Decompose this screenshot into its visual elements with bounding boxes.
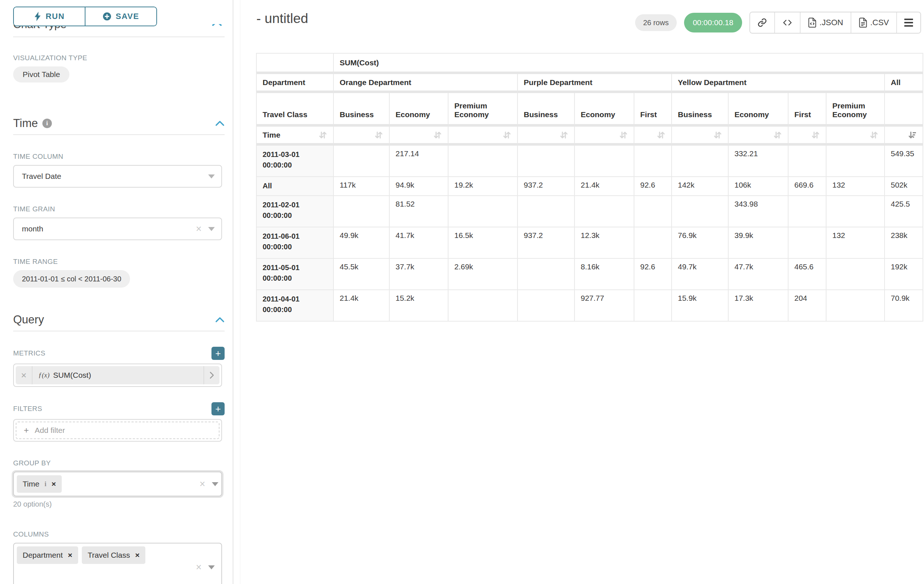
view-query-button[interactable] — [774, 12, 800, 33]
query-collapse-icon[interactable] — [215, 317, 224, 322]
chart-header-actions: 26 rows 00:00:00.18 .JSON — [635, 12, 921, 34]
remove-metric-icon[interactable]: × — [16, 366, 33, 384]
pivot-value-cell: 21.4k — [334, 290, 390, 322]
pivot-value-cell: 94.9k — [390, 177, 449, 196]
pivot-value-cell: 132 — [827, 177, 885, 196]
sort-icon[interactable] — [713, 131, 722, 140]
pivot-value-cell: 47.7k — [729, 259, 789, 290]
remove-tag-icon[interactable]: × — [68, 551, 72, 559]
section-divider — [13, 331, 224, 331]
pivot-value-cell: 669.6 — [789, 177, 827, 196]
pivot-value-cell — [827, 259, 885, 290]
info-icon[interactable]: i — [45, 480, 46, 488]
chevron-down-icon[interactable] — [208, 565, 215, 569]
sort-icon[interactable] — [811, 131, 820, 140]
export-csv-button[interactable]: .CSV — [851, 12, 896, 33]
pivot-value-cell — [449, 196, 518, 227]
sort-icon[interactable] — [375, 131, 383, 140]
pivot-class-dim-label: Travel Class — [257, 93, 334, 127]
group-by-select[interactable]: Time i × × — [13, 472, 222, 497]
time-grain-select[interactable]: month × — [13, 217, 222, 240]
tag-label: Travel Class — [87, 551, 130, 559]
pivot-class-header: First — [789, 93, 827, 127]
visualization-type-label: VISUALIZATION TYPE — [13, 54, 224, 62]
columns-select[interactable]: Department × Travel Class × × — [13, 543, 222, 584]
remove-tag-icon[interactable]: × — [51, 480, 56, 489]
json-file-icon — [808, 18, 817, 28]
pivot-value-cell: 16.5k — [449, 227, 518, 259]
sort-icon[interactable] — [773, 131, 782, 140]
save-button[interactable]: SAVE — [85, 7, 156, 26]
menu-button[interactable] — [896, 12, 920, 33]
chevron-right-icon[interactable] — [203, 366, 219, 384]
sort-icon[interactable] — [870, 131, 878, 140]
sort-icon[interactable] — [619, 131, 628, 140]
pivot-value-cell: 106k — [729, 177, 789, 196]
sort-icon[interactable] — [503, 131, 511, 140]
pivot-value-cell — [672, 146, 729, 177]
add-filter-plus-button[interactable]: + — [211, 402, 224, 415]
pivot-sort-cell — [518, 127, 575, 146]
sort-icon[interactable] — [559, 131, 568, 140]
sort-desc-icon[interactable] — [908, 131, 917, 140]
pivot-metric-header: SUM(Cost) — [334, 54, 923, 74]
pivot-value-cell: 19.2k — [449, 177, 518, 196]
pivot-value-cell — [789, 196, 827, 227]
pivot-dept-header: Yellow Department — [672, 74, 885, 93]
clear-icon[interactable]: × — [200, 479, 205, 489]
pivot-value-cell: 142k — [672, 177, 729, 196]
filters-header-row: FILTERS + — [13, 402, 224, 415]
pivot-value-cell: 2.69k — [449, 259, 518, 290]
metrics-label: METRICS — [13, 349, 45, 357]
pivot-value-cell — [789, 227, 827, 259]
columns-label: COLUMNS — [13, 530, 224, 538]
chevron-down-icon[interactable] — [212, 482, 218, 486]
chart-type-collapse-icon[interactable] — [211, 24, 223, 28]
pivot-value-cell: 49.9k — [334, 227, 390, 259]
pivot-value-cell: 37.7k — [390, 259, 449, 290]
add-filter-button[interactable]: + Add filter — [16, 421, 219, 439]
function-icon: ƒ(x) — [38, 371, 50, 379]
clear-icon[interactable]: × — [196, 563, 201, 572]
pivot-value-cell: 217.14 — [390, 146, 449, 177]
share-link-button[interactable] — [750, 12, 774, 33]
table-row: All117k94.9k19.2k937.221.4k92.6142k106k6… — [257, 177, 923, 196]
pivot-value-cell: 81.52 — [390, 196, 449, 227]
metric-pill[interactable]: × ƒ(x) SUM(Cost) — [16, 366, 219, 384]
pivot-value-cell: 70.9k — [885, 290, 923, 322]
clear-icon[interactable]: × — [196, 224, 201, 234]
time-grain-value: month — [22, 224, 43, 233]
pivot-sort-cell — [334, 127, 390, 146]
pivot-value-cell: 21.4k — [575, 177, 634, 196]
remove-tag-icon[interactable]: × — [135, 551, 140, 559]
run-button[interactable]: RUN — [14, 7, 85, 26]
sort-icon[interactable] — [433, 131, 442, 140]
time-column-select[interactable]: Travel Date — [13, 165, 222, 188]
sort-icon[interactable] — [318, 131, 327, 140]
columns-tag: Travel Class × — [82, 546, 145, 564]
chart-title[interactable]: - untitled — [256, 11, 308, 26]
pivot-value-cell: 12.3k — [575, 227, 634, 259]
export-json-button[interactable]: .JSON — [800, 12, 851, 33]
chart-area: - untitled 26 rows 00:00:00.18 .JSON — [240, 0, 924, 584]
pivot-value-cell: 76.9k — [672, 227, 729, 259]
pivot-value-cell: 17.3k — [729, 290, 789, 322]
time-section-title: Time — [13, 117, 38, 130]
sort-icon[interactable] — [657, 131, 665, 140]
time-range-pill[interactable]: 2011-01-01 ≤ col < 2011-06-30 — [13, 270, 130, 288]
chevron-down-icon[interactable] — [208, 227, 215, 231]
plus-icon: + — [24, 425, 29, 436]
pivot-class-header: Economy — [390, 93, 449, 127]
pivot-value-cell — [575, 196, 634, 227]
visualization-type-pill[interactable]: Pivot Table — [13, 66, 69, 82]
pivot-value-cell: 92.6 — [634, 259, 672, 290]
pivot-value-cell — [518, 259, 575, 290]
pivot-sort-cell — [390, 127, 449, 146]
run-button-label: RUN — [46, 12, 64, 21]
table-row: 2011-04-01 00:00:0021.4k15.2k927.7715.9k… — [257, 290, 923, 322]
pivot-value-cell: 41.7k — [390, 227, 449, 259]
time-grain-label: TIME GRAIN — [13, 205, 224, 213]
time-collapse-icon[interactable] — [215, 120, 224, 126]
chevron-down-icon[interactable] — [208, 174, 215, 178]
add-metric-button[interactable]: + — [211, 347, 224, 360]
